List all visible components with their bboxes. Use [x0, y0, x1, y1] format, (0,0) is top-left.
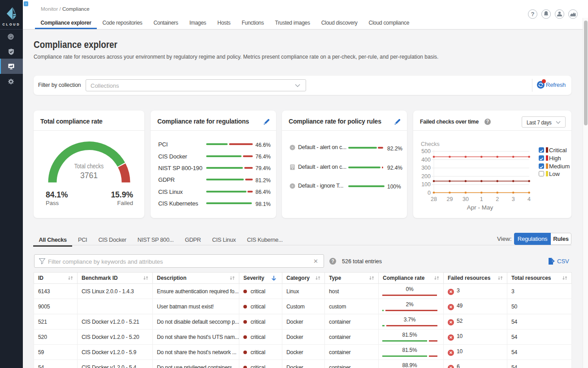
svg-text:Apr - May: Apr - May: [467, 204, 493, 211]
svg-text:0: 0: [428, 190, 431, 196]
svg-text:400: 400: [421, 157, 431, 163]
svg-text:200: 200: [421, 173, 431, 180]
svg-text:3: 3: [512, 196, 515, 202]
svg-text:300: 300: [421, 165, 431, 171]
svg-text:4: 4: [527, 196, 531, 202]
svg-text:100: 100: [421, 181, 431, 188]
svg-text:500: 500: [421, 148, 431, 154]
svg-text:30: 30: [463, 196, 469, 202]
svg-text:Checks: Checks: [421, 141, 440, 147]
svg-text:1: 1: [480, 196, 483, 202]
svg-text:2: 2: [496, 196, 499, 202]
svg-text:28: 28: [431, 196, 437, 202]
svg-text:29: 29: [446, 196, 453, 202]
